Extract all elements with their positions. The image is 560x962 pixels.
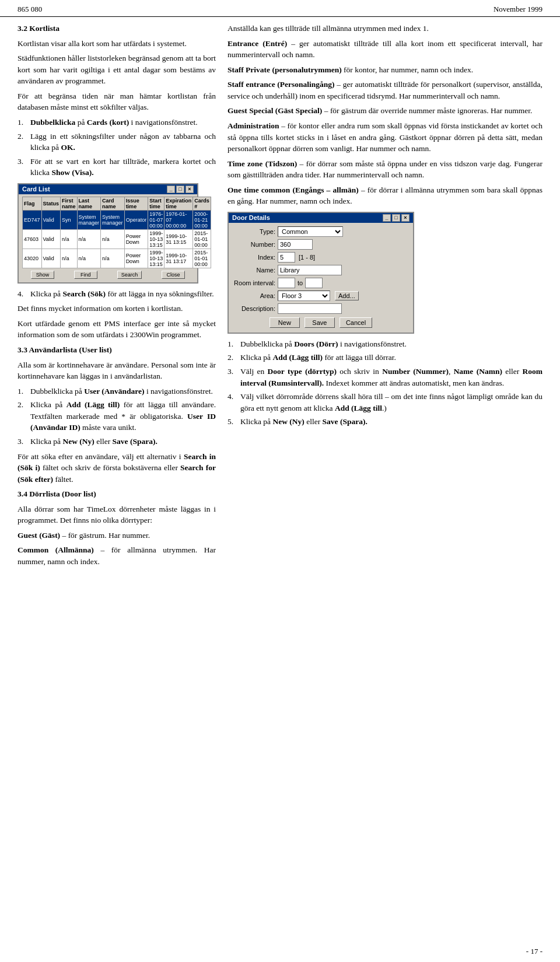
dorrlista-para1: Alla dörrar som har TimeLox dörrenheter … (18, 503, 216, 526)
card-dialog-close[interactable]: × (186, 186, 194, 193)
type-label: Type: (233, 228, 275, 235)
page-number: - 17 - (526, 947, 542, 956)
area-select[interactable]: Floor 3 (278, 291, 330, 301)
anvandarlista-step3: 3. Klicka på New (Ny) eller Save (Spara)… (18, 436, 216, 447)
card-list-dialog: Card List _ □ × Flag Status First nam (18, 183, 198, 284)
number-input[interactable] (278, 239, 313, 250)
kortlista-step1: 1. Dubbelklicka på Cards (kort) i naviga… (18, 117, 216, 128)
page-header: 865 080 November 1999 (0, 0, 560, 17)
info-para2: Kort utfärdade genom ett PMS interface g… (18, 318, 216, 341)
door-index-row: Index: [1 - 8] (233, 252, 408, 263)
table-row[interactable]: 47603 Valid n/a n/a n/a Power Down 1999-… (23, 229, 211, 249)
door-dialog-title: Door Details (232, 214, 270, 221)
table-row[interactable]: 43020 Valid n/a n/a n/a Power Down 1999-… (23, 249, 211, 268)
kortlista-step4-list: 4. Klicka på Search (Sök) för att lägga … (18, 288, 216, 300)
door-name-row: Name: (233, 265, 408, 275)
table-row[interactable]: ED747 Valid Syn System manager System ma… (23, 210, 211, 229)
kortlista-step2: 2. Lägg in ett sökningsfilter under någo… (18, 131, 216, 153)
kortlista-step3: 3. För att se vart en kort har tillträde… (18, 156, 216, 179)
card-btn-row: Show Find Search Close (22, 271, 194, 279)
admin-para: Administration – för kontor eller andra … (228, 120, 542, 155)
card-dialog-content: Flag Status First name Last name Card na… (19, 194, 197, 282)
section-kortlista-heading: 3.2 Kortlista (18, 23, 216, 34)
card-dialog-titlebar: Card List _ □ × (19, 184, 197, 194)
header-left: 865 080 (18, 5, 42, 14)
save-button[interactable]: Save (304, 317, 335, 328)
anvandarlista-step1: 1. Dubbelklicka på User (Användare) i na… (18, 386, 216, 397)
new-button[interactable]: New (270, 317, 300, 328)
door-dialog-btns[interactable]: _ □ × (383, 214, 410, 222)
anvandarlista-steps: 1. Dubbelklicka på User (Användare) i na… (18, 386, 216, 447)
room-interval-inputs: to (278, 278, 323, 288)
door-details-dialog: Door Details _ □ × Type: Common (228, 212, 414, 334)
search-button[interactable]: Search (117, 271, 142, 279)
door-steps-list: 1. Dubbelklicka på Doors (Dörr) i naviga… (228, 338, 542, 428)
description-input[interactable] (278, 303, 342, 314)
index-hint: [1 - 8] (299, 254, 315, 261)
right-column: Anställda kan ges tillträde till allmänn… (228, 23, 542, 571)
door-number-row: Number: (233, 239, 408, 250)
show-button[interactable]: Show (31, 271, 54, 279)
index-input[interactable] (278, 252, 295, 263)
door-dialog-minimize[interactable]: _ (383, 214, 391, 222)
cancel-button[interactable]: Cancel (340, 317, 372, 328)
door-type-row: Type: Common (233, 226, 408, 237)
door-step3: 3. Välj en Door type (dörrtyp) och skriv… (228, 366, 542, 389)
onetime-para: One time common (Engångs – allmän) – för… (228, 184, 542, 207)
dorrlista-guest: Guest (Gäst) – för gästrum. Har nummer. (18, 530, 216, 541)
door-dialog-titlebar: Door Details _ □ × (229, 213, 413, 223)
page-footer: - 17 - (526, 947, 542, 956)
room-interval-label: Room interval: (233, 279, 275, 286)
door-step2: 2. Klicka på Add (Lägg till) för att läg… (228, 352, 542, 363)
kortlista-step4: 4. Klicka på Search (Sök) för att lägga … (18, 288, 216, 300)
type-select[interactable]: Common (278, 226, 343, 237)
col-firstname: First name (61, 197, 78, 210)
card-dialog-title: Card List (22, 186, 50, 193)
page-wrapper: 865 080 November 1999 3.2 Kortlista Kort… (0, 0, 560, 962)
card-dialog-btns[interactable]: _ □ × (167, 186, 194, 193)
door-dialog-close[interactable]: × (401, 214, 410, 222)
anvandarlista-search: För att söka efter en användare, välj et… (18, 451, 216, 485)
room-from-input[interactable] (278, 278, 295, 288)
close-button[interactable]: Close (162, 271, 185, 279)
left-column: 3.2 Kortlista Kortlistan visar alla kort… (18, 23, 216, 571)
kortlista-para1: Kortlistan visar alla kort som har utfär… (18, 38, 216, 50)
main-columns: 3.2 Kortlista Kortlistan visar alla kort… (0, 17, 560, 577)
card-dialog-maximize[interactable]: □ (176, 186, 184, 193)
find-button[interactable]: Find (74, 271, 97, 279)
area-label: Area: (233, 292, 275, 299)
door-step4: 4. Välj vilket dörrområde dörrens skall … (228, 391, 542, 414)
door-dialog-maximize[interactable]: □ (392, 214, 400, 222)
door-dialog-content: Type: Common Number: Index: [1 (229, 223, 413, 333)
name-label: Name: (233, 267, 275, 274)
staff-private-para: Staff Private (personalutrymmen) för kon… (228, 64, 542, 76)
anvandarlista-heading: 3.3 Användarlista (User list) (18, 344, 216, 356)
dorrlista-heading: 3.4 Dörrlista (Door list) (18, 488, 216, 500)
col-starttime: Start time (148, 197, 164, 210)
name-input[interactable] (278, 265, 342, 275)
anstallda-para: Anställda kan ges tillträde till allmänn… (228, 23, 542, 34)
index-label: Index: (233, 254, 275, 261)
col-lastname: Last name (77, 197, 101, 210)
door-step1: 1. Dubbelklicka på Doors (Dörr) i naviga… (228, 338, 542, 350)
anvandarlista-para1: Alla som är kortinnehavare är användare.… (18, 359, 216, 382)
col-cardsnum: Cards # (193, 197, 211, 210)
kortlista-para2: Städfunktionen håller liststorleken begr… (18, 53, 216, 87)
add-area-button[interactable]: Add... (335, 291, 359, 300)
col-cardname: Card name (101, 197, 125, 210)
number-label: Number: (233, 241, 275, 248)
door-description-row: Description: (233, 303, 408, 314)
card-table: Flag Status First name Last name Card na… (22, 197, 211, 268)
entrance-para: Entrance (Entré) – ger automatiskt tillt… (228, 38, 542, 61)
door-dialog-btn-row: New Save Cancel (233, 317, 408, 328)
kortlista-para3: För att begränsa tiden när man hämtar ko… (18, 90, 216, 113)
kortlista-steps: 1. Dubbelklicka på Cards (kort) i naviga… (18, 117, 216, 179)
description-label: Description: (233, 305, 275, 312)
col-issuetime: Issue time (124, 197, 148, 210)
col-status: Status (41, 197, 61, 210)
room-interval-row: Room interval: to (233, 278, 408, 288)
room-to-input[interactable] (305, 278, 323, 288)
col-flag: Flag (23, 197, 42, 210)
card-dialog-minimize[interactable]: _ (167, 186, 175, 193)
door-step5: 5. Klicka på New (Ny) eller Save (Spara)… (228, 416, 542, 428)
